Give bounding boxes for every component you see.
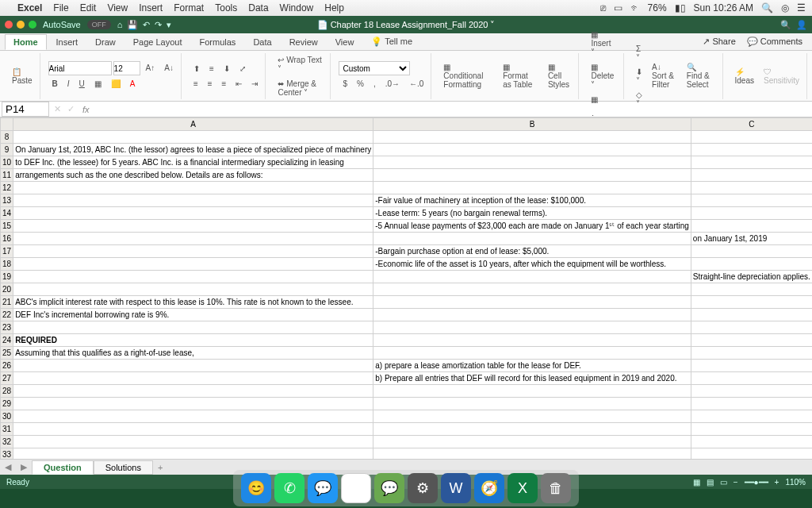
fill-color-button[interactable]: 🟨 [107, 77, 124, 90]
row-header[interactable]: 19 [1, 271, 13, 283]
menu-icon[interactable]: ☰ [797, 2, 806, 13]
zoom-level[interactable]: 110% [785, 478, 806, 487]
menu-tools[interactable]: Tools [215, 2, 237, 13]
close-icon[interactable] [5, 21, 13, 29]
cell[interactable] [373, 296, 691, 309]
zoom-out-icon[interactable]: − [733, 478, 738, 487]
cell[interactable]: arrangements such as the one described b… [13, 169, 373, 182]
cell[interactable]: ABC's implicit interest rate with respec… [13, 296, 373, 309]
align-right-icon[interactable]: ≡ [218, 77, 231, 90]
redo-icon[interactable]: ↷ [155, 20, 162, 30]
tab-draw[interactable]: Draw [87, 35, 124, 49]
underline-button[interactable]: U [75, 77, 89, 90]
cell[interactable]: DEF Inc's incremental borrowing rate is … [13, 309, 373, 321]
tab-home[interactable]: Home [5, 34, 47, 50]
row-header[interactable]: 8 [1, 131, 13, 144]
cell[interactable]: On January 1st, 2019, ABC Inc. (the less… [13, 144, 373, 156]
row-header[interactable]: 9 [1, 144, 13, 156]
view-layout-icon[interactable]: ▤ [707, 478, 714, 487]
cell[interactable] [13, 258, 373, 271]
cell[interactable] [13, 194, 373, 207]
row-header[interactable]: 16 [1, 233, 13, 245]
formula-input[interactable] [94, 103, 812, 115]
row-header[interactable]: 20 [1, 283, 13, 296]
cell[interactable]: -Bargain purchase option at end of lease… [373, 245, 691, 258]
menu-insert[interactable]: Insert [139, 2, 163, 13]
cell[interactable] [691, 245, 812, 258]
row-header[interactable]: 33 [1, 448, 13, 460]
cell[interactable] [373, 385, 691, 398]
merge-center-button[interactable]: ⬌ Merge & Center ˅ [274, 77, 327, 99]
cell[interactable] [13, 245, 373, 258]
cell[interactable] [13, 436, 373, 448]
cell[interactable]: b) Prepare all entries that DEF will rec… [373, 372, 691, 385]
font-size-select[interactable] [113, 61, 140, 75]
conditional-fmt-button[interactable]: ▦Conditional Formatting [439, 60, 497, 91]
align-left-icon[interactable]: ≡ [190, 77, 202, 90]
cell[interactable] [691, 398, 812, 410]
view-break-icon[interactable]: ▭ [720, 478, 727, 487]
col-header[interactable]: C [691, 118, 812, 131]
cell[interactable] [691, 144, 812, 156]
row-header[interactable]: 26 [1, 360, 13, 372]
cell[interactable] [691, 334, 812, 347]
row-header[interactable]: 15 [1, 220, 13, 233]
dock-whatsapp-icon[interactable]: ✆ [274, 473, 304, 503]
cell[interactable] [691, 258, 812, 271]
dock-safari-icon[interactable]: 🧭 [474, 473, 504, 503]
cell[interactable] [691, 296, 812, 309]
dock-excel-icon[interactable]: X [508, 473, 538, 503]
cell[interactable] [691, 156, 812, 169]
cell[interactable]: on January 1st, 2019 [691, 233, 812, 245]
menu-file[interactable]: File [53, 2, 68, 13]
comma-icon[interactable]: , [370, 77, 380, 90]
sheet-nav-prev-icon[interactable]: ◀ [0, 462, 16, 472]
cell[interactable] [373, 309, 691, 321]
cell[interactable] [373, 347, 691, 360]
cell[interactable] [691, 448, 812, 460]
cell[interactable] [691, 309, 812, 321]
align-mid-icon[interactable]: ≡ [205, 62, 218, 75]
row-header[interactable]: 25 [1, 347, 13, 360]
align-center-icon[interactable]: ≡ [204, 77, 216, 90]
menu-help[interactable]: Help [324, 2, 344, 13]
cell[interactable] [13, 423, 373, 436]
cell[interactable]: -5 Annual lease payments of $23,000 each… [373, 220, 691, 233]
italic-button[interactable]: I [63, 77, 74, 90]
cell[interactable]: REQUIRED [13, 334, 373, 347]
zoom-in-icon[interactable]: + [775, 478, 779, 487]
row-header[interactable]: 11 [1, 169, 13, 182]
cell[interactable] [373, 448, 691, 460]
cell[interactable] [691, 131, 812, 144]
format-table-button[interactable]: ▦Format as Table [499, 60, 542, 91]
cell[interactable] [691, 194, 812, 207]
dock-finder-icon[interactable]: 😊 [241, 473, 271, 503]
menu-window[interactable]: Window [280, 2, 314, 13]
row-header[interactable]: 14 [1, 207, 13, 220]
cell[interactable] [691, 436, 812, 448]
autosum-icon[interactable]: Σ ˅ [632, 42, 646, 64]
home-icon[interactable]: ⌂ [117, 20, 123, 30]
qat-more-icon[interactable]: ▾ [167, 20, 171, 30]
row-header[interactable]: 23 [1, 321, 13, 334]
save-icon[interactable]: 💾 [127, 20, 138, 30]
user-icon[interactable]: 👤 [796, 20, 807, 30]
cell[interactable] [373, 334, 691, 347]
sort-filter-button[interactable]: A↓Sort & Filter [648, 60, 681, 91]
cell[interactable] [373, 156, 691, 169]
align-bot-icon[interactable]: ⬇ [220, 62, 234, 75]
cell[interactable] [691, 372, 812, 385]
row-header[interactable]: 24 [1, 334, 13, 347]
fx-icon[interactable]: fx [78, 105, 94, 114]
cell[interactable] [691, 385, 812, 398]
paste-button[interactable]: 📋Paste [8, 65, 36, 87]
orientation-icon[interactable]: ⤢ [236, 62, 250, 75]
cell[interactable]: Straight-line depreciation applies. [691, 271, 812, 283]
row-header[interactable]: 28 [1, 385, 13, 398]
cell[interactable] [373, 423, 691, 436]
cell[interactable] [691, 169, 812, 182]
row-header[interactable]: 27 [1, 372, 13, 385]
cell[interactable] [691, 321, 812, 334]
increase-font-icon[interactable]: A↑ [142, 61, 159, 75]
minimize-icon[interactable] [17, 21, 25, 29]
